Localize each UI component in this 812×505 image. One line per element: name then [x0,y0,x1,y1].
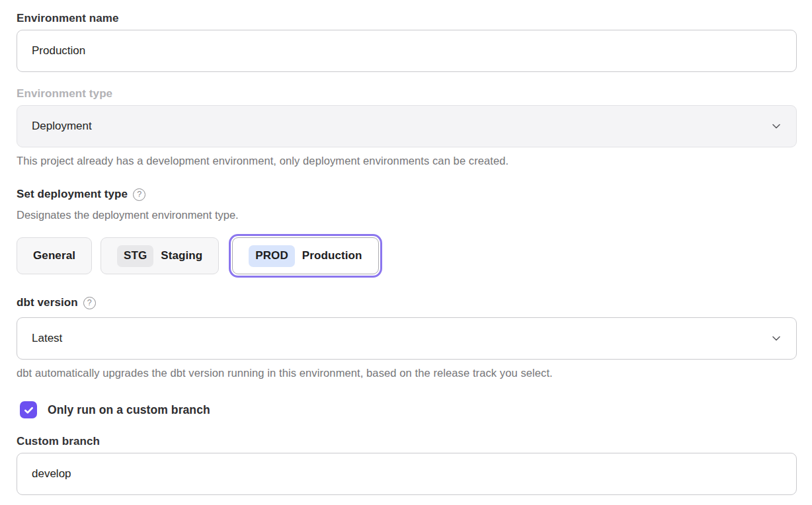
custom-branch-checkbox-row: Only run on a custom branch [17,401,797,418]
help-icon[interactable]: ? [83,297,96,309]
dbt-version-heading-label: dbt version [17,296,78,309]
environment-type-value: Deployment [32,120,92,133]
dbt-version-heading: dbt version ? [17,296,797,309]
deployment-type-general-button[interactable]: General [17,237,92,274]
chevron-down-icon [771,121,782,132]
dbt-version-value: Latest [32,332,62,345]
custom-branch-checkbox-label: Only run on a custom branch [48,403,210,417]
environment-type-select[interactable]: Deployment [17,105,797,147]
staging-button-label: Staging [161,249,202,262]
deployment-type-description: Designates the deployment environment ty… [17,209,797,221]
custom-branch-checkbox[interactable] [20,401,37,418]
custom-branch-label: Custom branch [17,435,797,448]
checkmark-icon [24,405,34,415]
general-button-label: General [33,249,75,262]
deployment-type-options: General STG Staging PROD Production [17,235,797,276]
deployment-type-production-button[interactable]: PROD Production [232,237,378,274]
environment-type-helper: This project already has a development e… [17,155,797,167]
custom-branch-input[interactable] [17,453,797,495]
dbt-version-helper: dbt automatically upgrades the dbt versi… [17,367,797,379]
deployment-type-staging-button[interactable]: STG Staging [101,237,219,274]
environment-name-label: Environment name [17,12,797,25]
environment-type-label: Environment type [17,87,797,100]
dbt-version-select[interactable]: Latest [17,317,797,360]
deployment-type-heading-label: Set deployment type [17,188,128,201]
chevron-down-icon [771,333,782,344]
production-button-label: Production [302,249,362,262]
environment-name-input[interactable] [17,30,797,72]
production-badge: PROD [249,245,295,267]
staging-badge: STG [117,245,153,267]
help-icon[interactable]: ? [133,188,145,201]
deployment-type-heading: Set deployment type ? [17,188,797,201]
environment-settings-form: Environment name Environment type Deploy… [0,0,812,495]
